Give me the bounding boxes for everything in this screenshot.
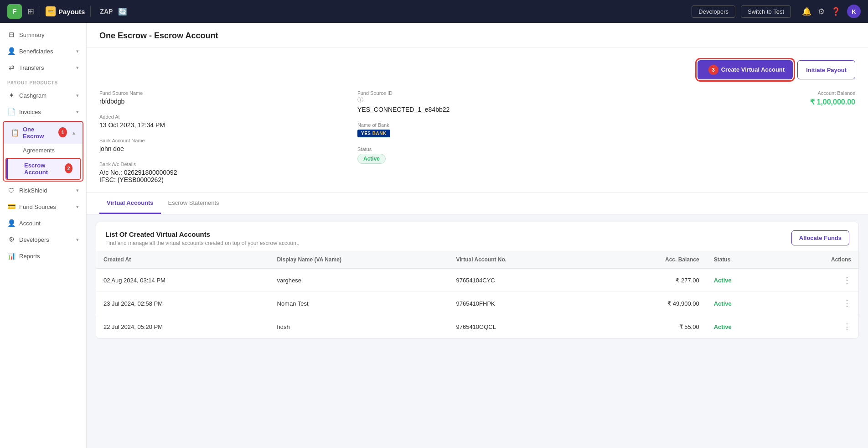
account-balance-label: Account Balance	[810, 90, 855, 96]
sidebar-item-cashgram[interactable]: ✦ Cashgram ▾	[0, 87, 86, 104]
product-name: 💳 Payouts	[46, 6, 85, 16]
added-at-field: Added At 13 Oct 2023, 12:34 PM	[99, 114, 339, 129]
sidebar-item-fund-sources[interactable]: 💳 Fund Sources ▾	[0, 198, 86, 215]
top-actions: 3Create Virtual Account Initiate Payout	[99, 60, 855, 79]
col-created-at: Created At	[96, 251, 270, 269]
cashgram-icon: ✦	[7, 91, 16, 99]
col-display-name: Display Name (VA Name)	[270, 251, 449, 269]
bank-logo: YES BANK	[357, 130, 390, 137]
help-icon[interactable]: ❓	[831, 7, 841, 16]
bank-name-label: Name of Bank	[357, 122, 597, 128]
sidebar-item-transfers[interactable]: ⇄ Transfers ▾	[0, 59, 86, 76]
sidebar-item-invoices[interactable]: 📄 Invoices ▾	[0, 104, 86, 120]
sidebar-sub-agreements[interactable]: Agreements	[4, 144, 83, 157]
status-field: Status Active	[357, 146, 597, 164]
tabs: Virtual Accounts Escrow Statements	[99, 193, 855, 214]
cell-created-at: 02 Aug 2024, 03:14 PM	[96, 269, 270, 292]
sidebar-item-label: One Escrow	[23, 126, 52, 140]
chevron-down-icon: ▾	[76, 65, 79, 71]
bank-account-name-value: john doe	[99, 145, 339, 152]
gear-icon[interactable]: ⚙	[818, 7, 825, 16]
refresh-icon[interactable]: 🔄	[118, 7, 127, 16]
sidebar-item-one-escrow[interactable]: 📋 One Escrow 1 ▴	[4, 122, 83, 144]
sidebar-item-reports[interactable]: 📊 Reports	[0, 248, 86, 264]
account-balance-field: Account Balance ₹ 1,00,000.00	[810, 90, 855, 106]
info-icon: ⓘ	[357, 96, 363, 104]
table-subtitle: Find and manage all the virtual accounts…	[105, 240, 300, 246]
cell-actions[interactable]: ⋮	[780, 315, 858, 339]
reports-icon: 📊	[7, 252, 16, 260]
chevron-down-icon: ▾	[76, 93, 79, 99]
logo: F	[7, 4, 22, 19]
cell-created-at: 23 Jul 2024, 02:58 PM	[96, 292, 270, 315]
added-at-label: Added At	[99, 114, 339, 120]
cell-created-at: 22 Jul 2024, 05:20 PM	[96, 315, 270, 339]
cell-balance: ₹ 49,900.00	[596, 292, 707, 315]
col-va-no: Virtual Account No.	[449, 251, 596, 269]
table-row: 23 Jul 2024, 02:58 PM Noman Test 9765410…	[96, 292, 858, 315]
chevron-down-icon: ▾	[76, 188, 79, 193]
info-grid: Fund Source Name rbfdbdgb Added At 13 Oc…	[99, 90, 855, 183]
sidebar-sub-escrow-account[interactable]: Escrow Account 2	[6, 159, 80, 179]
table-header: List Of Created Virtual Accounts Find an…	[96, 222, 858, 251]
table-title: List Of Created Virtual Accounts	[105, 230, 300, 238]
chevron-down-icon: ▾	[76, 109, 79, 115]
sidebar-item-label: Summary	[19, 31, 45, 38]
sidebar-item-account[interactable]: 👤 Account	[0, 215, 86, 231]
developers-icon: ⚙	[7, 235, 16, 244]
sidebar-item-beneficiaries[interactable]: 👤 Beneficiaries ▾	[0, 43, 86, 59]
cell-actions[interactable]: ⋮	[780, 292, 858, 315]
invoices-icon: 📄	[7, 108, 16, 116]
tab-escrow-statements[interactable]: Escrow Statements	[161, 193, 227, 214]
cell-va-no: 9765410GQCL	[449, 315, 596, 339]
col-status: Status	[707, 251, 780, 269]
bank-name-field: Name of Bank YES BANK	[357, 122, 597, 137]
sidebar-item-summary[interactable]: ⊟ Summary	[0, 26, 86, 43]
sidebar-item-label: Cashgram	[19, 92, 46, 99]
sidebar-item-label: RiskShield	[19, 187, 47, 194]
col-actions: Actions	[780, 251, 858, 269]
sidebar-item-label: Reports	[19, 253, 40, 260]
cell-status: Active	[707, 269, 780, 292]
added-at-value: 13 Oct 2023, 12:34 PM	[99, 121, 339, 129]
tab-virtual-accounts[interactable]: Virtual Accounts	[99, 193, 161, 214]
cell-va-no: 9765410FHPK	[449, 292, 596, 315]
nav-divider	[40, 6, 40, 17]
col-balance: Acc. Balance	[596, 251, 707, 269]
sidebar-item-developers[interactable]: ⚙ Developers ▾	[0, 231, 86, 248]
create-virtual-account-button[interactable]: 3Create Virtual Account	[698, 60, 793, 79]
developers-button[interactable]: Developers	[692, 5, 735, 18]
cell-display-name: Noman Test	[270, 292, 449, 315]
bell-icon[interactable]: 🔔	[802, 7, 811, 16]
payout-products-label: PAYOUT PRODUCTS	[0, 76, 86, 87]
sidebar-item-riskshield[interactable]: 🛡 RiskShield ▾	[0, 182, 86, 198]
account-icon: 👤	[7, 219, 16, 227]
nav-divider2	[90, 6, 91, 17]
sidebar-item-label: Beneficiaries	[19, 48, 53, 55]
grid-icon[interactable]: ⊞	[27, 6, 34, 16]
fund-source-card: 3Create Virtual Account Initiate Payout …	[87, 47, 868, 193]
fund-source-name-field: Fund Source Name rbfdbdgb	[99, 90, 339, 105]
switch-to-test-button[interactable]: Switch to Test	[741, 5, 791, 18]
sidebar-item-label: Account	[19, 220, 41, 227]
avatar[interactable]: K	[847, 5, 861, 18]
org-name: ZAP	[100, 8, 113, 15]
beneficiaries-icon: 👤	[7, 47, 16, 55]
step-3-badge: 3	[708, 65, 718, 75]
cell-actions[interactable]: ⋮	[780, 269, 858, 292]
page-header: One Escrow - Escrow Account	[87, 23, 868, 47]
fund-source-name-label: Fund Source Name	[99, 90, 339, 96]
status-label: Status	[357, 146, 597, 152]
payouts-icon: 💳	[46, 6, 56, 16]
chevron-up-icon: ▴	[72, 130, 75, 136]
chevron-down-icon: ▾	[76, 237, 79, 243]
summary-icon: ⊟	[7, 31, 16, 39]
initiate-payout-button[interactable]: Initiate Payout	[797, 60, 855, 79]
allocate-funds-button[interactable]: Allocate Funds	[791, 230, 849, 245]
tabs-container: Virtual Accounts Escrow Statements	[87, 193, 868, 214]
sidebar-item-label: Fund Sources	[19, 203, 56, 210]
fund-source-name-value: rbfdbdgb	[99, 98, 339, 105]
main-content: One Escrow - Escrow Account 3Create Virt…	[87, 23, 868, 448]
cell-balance: ₹ 55.00	[596, 315, 707, 339]
step-1-badge: 1	[58, 127, 67, 137]
